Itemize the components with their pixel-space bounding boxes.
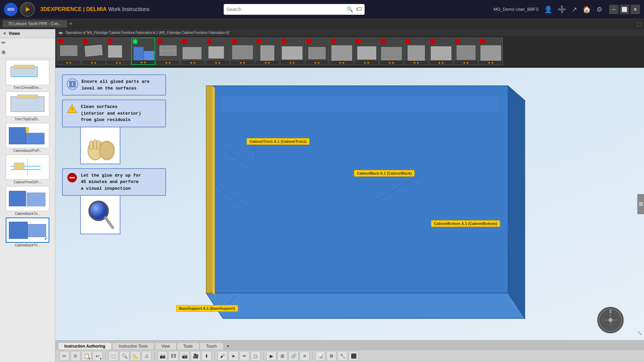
tab-touch[interactable]: Touch <box>200 343 223 350</box>
view-item-5[interactable]: CabinetbackTri... <box>1 186 54 216</box>
search-bar: 🔍 🏷 <box>224 4 365 15</box>
filmstrip-frame-5[interactable]: ◄ ► <box>156 38 180 65</box>
list-tool-button[interactable]: ≡ <box>300 351 310 361</box>
view-label-6: CabinetbackTri... <box>1 243 54 247</box>
pencil-button[interactable]: ✏ <box>239 351 250 361</box>
close-button[interactable]: ✕ <box>631 5 640 14</box>
svg-rect-49 <box>94 140 97 149</box>
filmstrip[interactable]: ◀▶ Operations of 'MS_Flybridge Cabinet F… <box>55 29 644 68</box>
layer-icon[interactable]: ⊕ <box>1 49 9 57</box>
export-button[interactable]: ⬇ <box>202 351 212 361</box>
tab-view[interactable]: View <box>155 343 176 350</box>
view-thumb-6: ✓ <box>6 218 49 243</box>
maximize-button[interactable]: ⬜ <box>620 5 629 14</box>
instruction-card-3-container: Let the glue dry up for45 minutes and pe… <box>62 168 166 235</box>
view-item-3[interactable]: CabinetbackPreP... <box>1 123 54 153</box>
arrow-tool-button[interactable]: ➤ <box>228 351 238 361</box>
tab-instruction-authoring[interactable]: Instruction Authoring <box>58 343 112 350</box>
photo-button[interactable]: 📸 <box>179 351 190 361</box>
filmstrip-frame-4[interactable]: ✎ ◄ ► <box>131 38 155 65</box>
settings2-button[interactable]: ⚙ <box>326 351 336 361</box>
add-icon[interactable]: ➕ <box>558 5 566 13</box>
tab-tools[interactable]: Tools <box>177 343 199 350</box>
filmstrip-frame-12[interactable]: ◄ ► <box>330 38 354 65</box>
tool-extra-button[interactable]: 🔧 <box>337 351 347 361</box>
filmstrip-frame-1[interactable]: ◄ ► <box>57 38 81 65</box>
play-button[interactable] <box>20 2 35 17</box>
play-tool-button[interactable]: ▶ <box>266 351 276 361</box>
svg-rect-4 <box>11 97 44 112</box>
svg-rect-29 <box>309 47 325 59</box>
tab-instruction-tools[interactable]: Instruction Tools <box>112 343 154 350</box>
warning-tool-button[interactable]: ⚠ <box>142 351 152 361</box>
views-collapse-arrow[interactable]: ▼ <box>3 31 7 36</box>
filmstrip-frame-15[interactable]: ◄ ► <box>404 38 428 65</box>
paint-button[interactable]: 🖌 <box>217 351 227 361</box>
view-item-4[interactable]: CabinetTrim01Pr... <box>1 155 54 184</box>
magnifier-image-box <box>80 196 120 234</box>
view-item-2[interactable]: Trim1TopEndDi... <box>1 92 54 121</box>
measure-button[interactable]: 📐 <box>130 351 141 361</box>
resize-corner-icon[interactable]: ⤡ <box>637 329 642 337</box>
views-list: Trim1OverallDim... Trim1TopEndDi... <box>0 59 55 362</box>
chart-button[interactable]: 📊 <box>315 351 325 361</box>
filmstrip-frame-8[interactable]: ◄ ► <box>230 38 255 65</box>
search-icon[interactable]: 🔍 <box>346 6 353 12</box>
view-item-1[interactable]: Trim1OverallDim... <box>1 60 54 89</box>
user-label: MO_Demo User_BBFS <box>493 7 539 12</box>
undo-button[interactable]: ↩▼ <box>93 351 103 361</box>
main-tab[interactable]: 70 Leisure Yacht PPR - Con... <box>3 20 67 27</box>
svg-rect-33 <box>408 46 425 61</box>
app-logo: 3DS <box>4 3 17 16</box>
gloves-svg <box>84 130 117 161</box>
minimize-button[interactable]: ─ <box>609 5 619 14</box>
svg-rect-7 <box>26 133 44 144</box>
video-button[interactable]: 🎥 <box>191 351 201 361</box>
collapse-button[interactable]: ⬚ <box>636 21 641 27</box>
user-icon[interactable]: 👤 <box>544 5 552 13</box>
svg-rect-6 <box>9 127 26 144</box>
filmstrip-frame-14[interactable]: ◄ ► <box>379 38 404 65</box>
filmstrip-frame-18[interactable]: ◄ ► <box>479 38 503 65</box>
right-collapse-button[interactable]: ⊞ <box>637 194 644 214</box>
render-button[interactable]: 🎞 <box>168 351 178 361</box>
search-input[interactable] <box>226 7 346 12</box>
filmstrip-frame-7[interactable]: ◄ ► <box>206 38 230 65</box>
filmstrip-frame-17[interactable]: ◄ ► <box>454 38 478 65</box>
home-icon[interactable]: 🏠 <box>583 5 591 13</box>
shapes-button[interactable]: ◻ <box>251 351 261 361</box>
copy-button[interactable]: ⎘ <box>70 351 80 361</box>
pencil-tool-icon[interactable]: ✏ <box>1 40 9 48</box>
expand-tool-button[interactable]: ⬛ <box>348 351 359 361</box>
frame-icon-15 <box>405 39 411 44</box>
filmstrip-frame-13[interactable]: ◄ ► <box>355 38 379 65</box>
share-icon[interactable]: ↗ <box>572 5 577 13</box>
svg-rect-35 <box>457 46 475 60</box>
views-header: ▼ Views <box>0 29 55 38</box>
filmstrip-frame-11[interactable]: ◄ ► <box>305 38 329 65</box>
filmstrip-frame-6[interactable]: ◄ ► <box>181 38 205 65</box>
add-tab-button[interactable]: + <box>69 20 73 27</box>
search-tool-button[interactable]: 🔍 <box>119 351 129 361</box>
select-button[interactable]: ⬚ <box>108 351 118 361</box>
tab-more-button[interactable]: ▼ <box>224 343 232 350</box>
cut-button[interactable]: ✂ <box>59 351 69 361</box>
view-item-6[interactable]: ✓ CabinetbackTri... <box>1 218 54 247</box>
separator-3 <box>214 352 215 360</box>
filmstrip-frame-10[interactable]: ◄ ► <box>280 38 304 65</box>
compass-svg: Z <box>598 307 623 333</box>
settings-icon[interactable]: ⚙ <box>596 5 602 13</box>
filmstrip-frame-9[interactable]: ◄ ► <box>255 38 279 65</box>
camera-button[interactable]: 📷 <box>157 351 167 361</box>
svg-rect-32 <box>381 47 401 60</box>
grid-button[interactable]: ⊞ <box>277 351 287 361</box>
filmstrip-frame-2[interactable]: ◄ ► <box>82 38 106 65</box>
filmstrip-expand-icon[interactable]: ◀▶ <box>58 31 63 35</box>
viewport[interactable]: i Ensure all glued parts arelevel on the… <box>55 68 644 340</box>
filmstrip-frame-3[interactable]: ◄ ► <box>106 38 130 65</box>
paste-button[interactable]: 📋▼ <box>82 351 92 361</box>
link-button[interactable]: 🔗 <box>288 351 299 361</box>
filmstrip-frame-16[interactable]: ◄ ► <box>429 38 453 65</box>
tag-icon[interactable]: 🏷 <box>356 6 362 13</box>
frame-icon-18 <box>480 39 485 44</box>
